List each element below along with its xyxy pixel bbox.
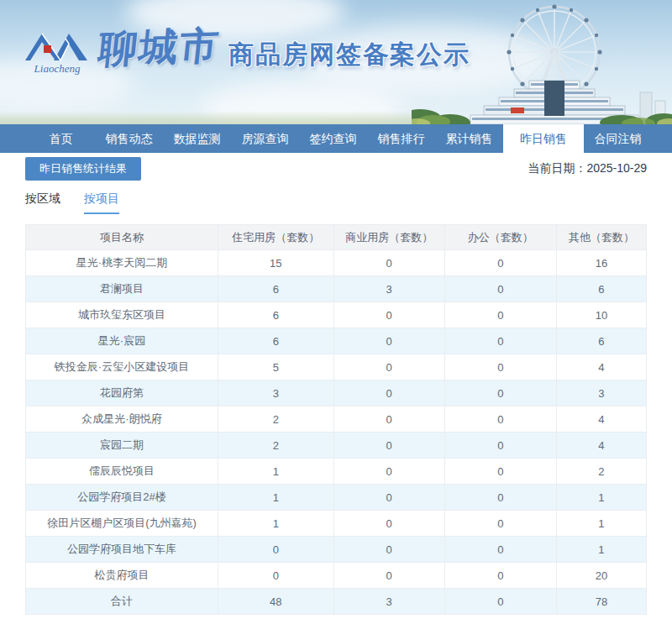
logo-script-text: Liaocheng: [34, 62, 81, 75]
count-cell: 3: [556, 380, 646, 406]
count-cell: 2: [218, 406, 333, 433]
project-name-cell: 君澜项目: [26, 276, 218, 302]
count-cell: 0: [218, 537, 333, 563]
nav-item-4[interactable]: 签约查询: [299, 124, 367, 153]
count-cell: 5: [218, 354, 333, 380]
site-banner: Liaocheng 聊城市 商品房网签备案公示: [0, 0, 672, 124]
count-cell: 0: [333, 485, 444, 511]
count-cell: 6: [218, 276, 333, 302]
count-cell: 0: [444, 354, 556, 380]
count-cell: 0: [333, 406, 444, 433]
nav-item-3[interactable]: 房源查询: [231, 124, 299, 153]
yesterday-sales-result-button[interactable]: 昨日销售统计结果: [25, 157, 141, 181]
column-header: 其他（套数）: [556, 225, 646, 250]
project-name-cell: 众成星光·朗悦府: [26, 406, 218, 433]
count-cell: 16: [556, 250, 646, 276]
count-cell: 0: [333, 302, 444, 328]
count-cell: 0: [444, 485, 556, 511]
project-name-cell: 星光·宸园: [26, 328, 218, 354]
main-content: 昨日销售统计结果 当前日期：2025-10-29 按区域按项目 项目名称住宅用房…: [0, 157, 672, 615]
count-cell: 0: [333, 380, 444, 406]
count-cell: 10: [556, 302, 646, 328]
count-cell: 6: [556, 328, 646, 354]
project-name-cell: 铁投金辰·云玺小区建设项目: [26, 354, 218, 380]
count-cell: 1: [556, 511, 646, 537]
table-row: 徐田片区棚户区项目(九州嘉苑)1001: [26, 511, 647, 537]
city-name: 聊城市: [97, 22, 223, 70]
count-cell: 6: [556, 276, 646, 302]
count-cell: 0: [444, 433, 556, 459]
view-tab-1[interactable]: 按项目: [84, 191, 119, 214]
nav-item-6[interactable]: 累计销售: [435, 124, 503, 153]
count-cell: 0: [333, 511, 444, 537]
count-cell: 0: [333, 459, 444, 485]
count-cell: 0: [444, 276, 556, 302]
project-name-cell: 合计: [26, 589, 218, 615]
count-cell: 0: [333, 563, 444, 589]
count-cell: 0: [333, 537, 444, 563]
nav-item-8[interactable]: 合同注销: [584, 124, 652, 153]
total-row: 合计483078: [26, 589, 647, 615]
count-cell: 0: [333, 433, 444, 459]
nav-item-7[interactable]: 昨日销售: [503, 124, 584, 153]
current-date-value: 2025-10-29: [586, 161, 647, 175]
table-row: 星光·桃李天阅二期150016: [26, 250, 647, 276]
banner-title: 商品房网签备案公示: [228, 24, 470, 67]
project-name-cell: 儒辰辰悦项目: [26, 459, 218, 485]
count-cell: 3: [333, 589, 444, 615]
count-cell: 0: [333, 354, 444, 380]
count-cell: 1: [218, 459, 333, 485]
count-cell: 0: [444, 380, 556, 406]
table-row: 星光·宸园6006: [26, 328, 647, 354]
project-name-cell: 徐田片区棚户区项目(九州嘉苑): [26, 511, 218, 537]
count-cell: 1: [556, 485, 646, 511]
project-name-cell: 城市玖玺东区项目: [26, 302, 218, 328]
sales-table: 项目名称住宅用房（套数）商业用房（套数）办公（套数）其他（套数） 星光·桃李天阅…: [25, 224, 647, 615]
count-cell: 6: [218, 302, 333, 328]
count-cell: 0: [444, 537, 556, 563]
count-cell: 0: [333, 328, 444, 354]
project-name-cell: 松贵府项目: [26, 563, 218, 589]
column-header: 办公（套数）: [444, 225, 556, 250]
count-cell: 0: [444, 406, 556, 433]
count-cell: 0: [444, 328, 556, 354]
project-name-cell: 花园府第: [26, 380, 218, 406]
table-row: 公园学府项目2#楼1001: [26, 485, 647, 511]
toolbar: 昨日销售统计结果 当前日期：2025-10-29: [25, 157, 647, 181]
table-header-row: 项目名称住宅用房（套数）商业用房（套数）办公（套数）其他（套数）: [26, 225, 647, 250]
project-name-cell: 宸园二期: [26, 433, 218, 459]
count-cell: 1: [556, 537, 646, 563]
table-row: 君澜项目6306: [26, 276, 647, 302]
nav-item-5[interactable]: 销售排行: [367, 124, 435, 153]
count-cell: 0: [444, 511, 556, 537]
table-row: 儒辰辰悦项目1002: [26, 459, 647, 485]
nav-item-0[interactable]: 首页: [27, 124, 95, 153]
table-row: 众成星光·朗悦府2004: [26, 406, 647, 433]
count-cell: 15: [218, 250, 333, 276]
count-cell: 48: [218, 589, 333, 615]
current-date: 当前日期：2025-10-29: [528, 161, 647, 176]
table-row: 公园学府项目地下车库0001: [26, 537, 647, 563]
view-tabs: 按区域按项目: [25, 191, 647, 214]
count-cell: 0: [444, 302, 556, 328]
count-cell: 0: [333, 250, 444, 276]
table-row: 城市玖玺东区项目60010: [26, 302, 647, 328]
nav-item-1[interactable]: 销售动态: [95, 124, 163, 153]
nav-item-2[interactable]: 数据监测: [163, 124, 231, 153]
table-row: 松贵府项目00020: [26, 563, 647, 589]
main-nav: 首页销售动态数据监测房源查询签约查询销售排行累计销售昨日销售合同注销: [0, 124, 672, 153]
count-cell: 0: [444, 589, 556, 615]
count-cell: 0: [444, 563, 556, 589]
view-tab-0[interactable]: 按区域: [25, 191, 60, 214]
count-cell: 4: [556, 354, 646, 380]
count-cell: 3: [333, 276, 444, 302]
count-cell: 0: [444, 250, 556, 276]
column-header: 商业用房（套数）: [333, 225, 444, 250]
count-cell: 4: [556, 433, 646, 459]
count-cell: 0: [218, 563, 333, 589]
table-row: 铁投金辰·云玺小区建设项目5004: [26, 354, 647, 380]
horizon-decoration: [0, 111, 437, 124]
count-cell: 78: [556, 589, 646, 615]
current-date-label: 当前日期：: [528, 161, 586, 175]
liaocheng-logo-icon: Liaocheng: [22, 24, 92, 79]
